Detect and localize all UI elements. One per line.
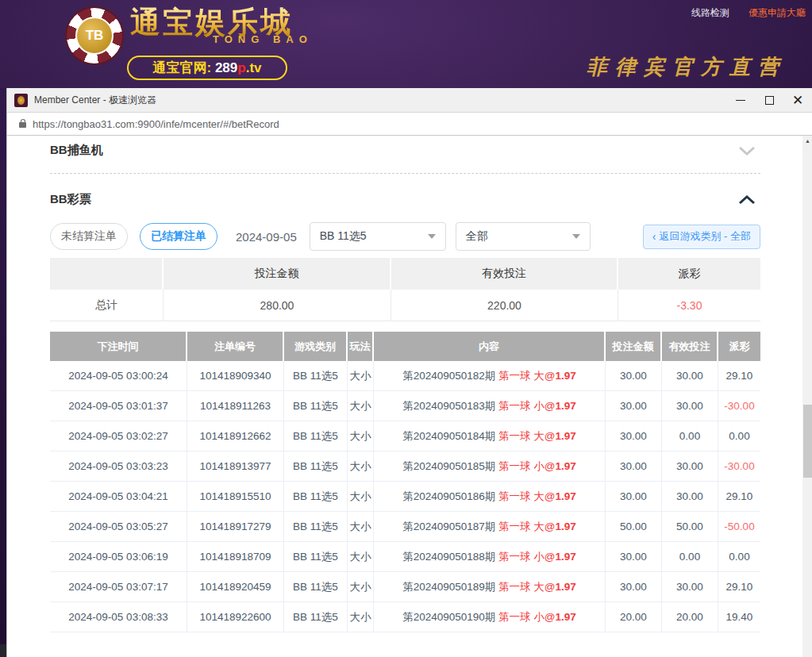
maximize-button[interactable]: [755, 88, 783, 112]
table-header-cell: 玩法: [348, 332, 374, 361]
table-header-cell: 投注金额: [606, 332, 662, 361]
badge-p: p: [237, 60, 245, 76]
cell-play-type: 大小: [348, 482, 374, 512]
tab-unsettled-bets[interactable]: 未结算注单: [50, 223, 128, 250]
background-strip-dark: [0, 644, 6, 657]
cell-bet-amount: 30.00: [606, 391, 662, 421]
summary-total-label: 总计: [50, 290, 164, 321]
cell-bet-amount: 30.00: [606, 361, 662, 391]
table-row: 2024-09-05 03:03:23 101418913977 BB 11选5…: [50, 451, 760, 482]
cell-bet-id: 101418909340: [187, 361, 284, 391]
vertical-scrollbar[interactable]: ▲: [802, 136, 812, 657]
table-header-cell: 内容: [374, 332, 606, 361]
section-lottery[interactable]: BB彩票: [50, 192, 760, 207]
caret-down-icon: [572, 234, 580, 239]
line-check-link[interactable]: 线路检测: [691, 7, 729, 18]
type-select[interactable]: 全部: [456, 222, 591, 251]
back-button-label: 返回游戏类别 - 全部: [659, 229, 751, 244]
lottery-section-title: BB彩票: [50, 192, 91, 207]
app-icon: [14, 94, 28, 107]
table-row: 2024-09-05 03:01:37 101418911263 BB 11选5…: [50, 391, 760, 421]
cell-valid-bet: 50.00: [662, 512, 718, 542]
caret-down-icon: [428, 234, 436, 239]
cell-bet-id: 101418918709: [187, 542, 284, 572]
cell-game-type: BB 11选5: [284, 391, 348, 421]
cell-bet-id: 101418922600: [187, 602, 284, 632]
cell-content: 第202409050189期 第一球 大@1.97: [374, 572, 606, 602]
summary-total-bet: 280.00: [164, 290, 391, 321]
cell-game-type: BB 11选5: [284, 421, 348, 451]
cell-game-type: BB 11选5: [284, 512, 348, 542]
summary-total-valid: 220.00: [391, 290, 618, 321]
cell-game-type: BB 11选5: [284, 451, 348, 482]
cell-game-type: BB 11选5: [284, 361, 348, 391]
background-strip: [0, 88, 6, 644]
scrollbar-up-arrow[interactable]: ▲: [802, 138, 812, 144]
chip-label: TB: [86, 28, 104, 44]
date-label[interactable]: 2024-09-05: [236, 230, 297, 244]
close-button[interactable]: ✕: [783, 88, 812, 112]
cell-valid-bet: 30.00: [662, 482, 718, 512]
table-row: 2024-09-05 03:05:27 101418917279 BB 11选5…: [50, 512, 760, 542]
cell-bet-time: 2024-09-05 03:08:33: [50, 602, 187, 632]
cell-valid-bet: 30.00: [662, 361, 718, 391]
scrollbar-thumb[interactable]: [803, 405, 812, 478]
badge-tv: .tv: [246, 60, 262, 76]
cell-game-type: BB 11选5: [284, 482, 348, 512]
cell-play-type: 大小: [348, 512, 374, 542]
official-direct-slogan: 菲律宾官方直营: [587, 53, 787, 81]
cell-payout: 0.00: [718, 421, 760, 451]
cell-content: 第202409050190期 第一球 小@1.97: [374, 602, 606, 632]
cell-bet-time: 2024-09-05 03:07:17: [50, 572, 187, 602]
bet-records-table: 下注时间注单编号游戏类别玩法内容投注金额有效投注派彩 2024-09-05 03…: [50, 332, 760, 632]
official-site-badge: 通宝官网: 289p.tv: [127, 56, 287, 80]
table-row: 2024-09-05 03:02:27 101418912662 BB 11选5…: [50, 421, 760, 451]
chevron-down-icon[interactable]: [738, 146, 756, 156]
badge-number: 289: [215, 60, 237, 76]
close-icon: ✕: [792, 94, 803, 107]
cell-bet-time: 2024-09-05 03:00:24: [50, 361, 187, 391]
table-header-cell: 下注时间: [50, 332, 187, 361]
cell-bet-time: 2024-09-05 03:05:27: [50, 512, 187, 542]
promo-apply-link[interactable]: 優惠申請大廳: [749, 7, 806, 18]
cell-content: 第202409050187期 第一球 大@1.97: [374, 512, 606, 542]
cell-bet-time: 2024-09-05 03:03:23: [50, 451, 187, 482]
summary-table: 投注金额 有效投注 派彩 总计 280.00 220.00 -3.30: [50, 258, 760, 321]
dotted-divider: [50, 173, 760, 174]
cell-game-type: BB 11选5: [284, 602, 348, 632]
chevron-up-icon[interactable]: [738, 195, 756, 205]
cell-bet-id: 101418917279: [187, 512, 284, 542]
cell-valid-bet: 30.00: [662, 572, 718, 602]
table-header-cell: 注单编号: [187, 332, 284, 361]
badge-label: 通宝官网:: [152, 59, 211, 77]
section-fishing[interactable]: BB捕鱼机: [50, 136, 760, 158]
summary-total-row: 总计 280.00 220.00 -3.30: [50, 290, 760, 321]
cell-game-type: BB 11选5: [284, 542, 348, 572]
cell-content: 第202409050185期 第一球 小@1.97: [374, 451, 606, 482]
page-content: BB捕鱼机 BB彩票 未结算注单 已结算注单 2024-09-05 BB 11选…: [7, 136, 812, 657]
back-to-category-button[interactable]: ‹返回游戏类别 - 全部: [643, 225, 760, 249]
type-select-value: 全部: [466, 229, 488, 244]
cell-payout: 29.10: [718, 572, 760, 602]
url-text: https://tongbao31.com:9900/infe/mcenter/…: [33, 118, 279, 130]
cell-payout: 29.10: [718, 361, 760, 391]
cell-bet-time: 2024-09-05 03:01:37: [50, 391, 187, 421]
cell-bet-id: 101418920459: [187, 572, 284, 602]
maximize-icon: [765, 96, 774, 105]
cell-content: 第202409050182期 第一球 大@1.97: [374, 361, 606, 391]
tab-settled-bets[interactable]: 已结算注单: [140, 223, 217, 250]
summary-header-empty: [50, 258, 164, 290]
cell-play-type: 大小: [348, 421, 374, 451]
cell-bet-id: 101418913977: [187, 451, 284, 482]
table-header-cell: 有效投注: [662, 332, 718, 361]
game-select[interactable]: BB 11选5: [310, 222, 446, 251]
cell-payout: 0.00: [718, 542, 760, 572]
cell-payout: -50.00: [718, 512, 760, 542]
address-bar[interactable]: https://tongbao31.com:9900/infe/mcenter/…: [7, 113, 812, 136]
cell-bet-amount: 50.00: [606, 512, 662, 542]
cell-bet-time: 2024-09-05 03:06:19: [50, 542, 187, 572]
fishing-section-title: BB捕鱼机: [50, 143, 103, 158]
poker-chip-logo-icon: TB: [67, 8, 122, 63]
minimize-button[interactable]: [726, 88, 755, 112]
cell-valid-bet: 30.00: [662, 391, 718, 421]
